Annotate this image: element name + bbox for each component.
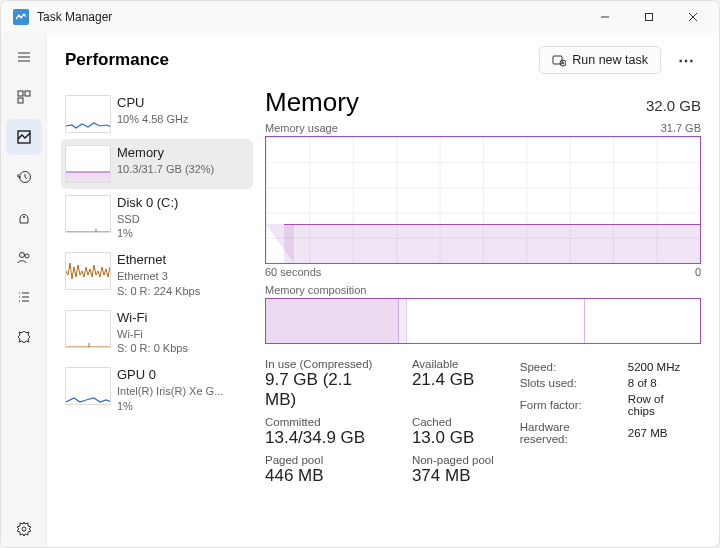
- run-task-icon: [552, 53, 566, 67]
- svg-point-13: [19, 253, 24, 258]
- minimize-button[interactable]: [583, 1, 627, 33]
- stat-item: Committed13.4/34.9 GB: [265, 416, 386, 448]
- nav-rail: [1, 33, 47, 547]
- svg-point-14: [25, 254, 29, 258]
- svg-rect-9: [18, 98, 23, 103]
- sidepanel-item-gpu0[interactable]: GPU 0Intel(R) Iris(R) Xe G...1%: [61, 361, 253, 418]
- window-title: Task Manager: [37, 10, 583, 24]
- usage-label: Memory usage: [265, 122, 338, 134]
- svg-rect-26: [66, 172, 111, 183]
- more-button[interactable]: ⋯: [669, 45, 703, 75]
- cpu-thumb: [65, 95, 111, 133]
- sidepanel-item-disk0[interactable]: Disk 0 (C:)SSD1%: [61, 189, 253, 246]
- detail-total: 32.0 GB: [646, 97, 701, 114]
- svg-point-12: [23, 216, 25, 218]
- maximize-button[interactable]: [627, 1, 671, 33]
- svg-rect-22: [553, 56, 562, 64]
- stat-item: In use (Compressed)9.7 GB (2.1 MB): [265, 358, 386, 410]
- stats-left: In use (Compressed)9.7 GB (2.1 MB)Availa…: [265, 358, 494, 486]
- svg-rect-8: [25, 91, 30, 96]
- svg-rect-1: [646, 14, 653, 21]
- run-new-task-label: Run new task: [572, 53, 648, 67]
- nav-services-icon[interactable]: [6, 319, 42, 355]
- svg-rect-7: [18, 91, 23, 96]
- performance-sidepanel: CPU10% 4.58 GHz Memory10.3/31.7 GB (32%)…: [61, 85, 253, 547]
- stat-item: Paged pool446 MB: [265, 454, 386, 486]
- page-title: Performance: [65, 50, 539, 70]
- app-icon: [13, 9, 29, 25]
- memory-thumb: [65, 145, 111, 183]
- stat-item: Cached13.0 GB: [412, 416, 494, 448]
- nav-processes-icon[interactable]: [6, 79, 42, 115]
- stats-right: Speed:5200 MHzSlots used:8 of 8Form fact…: [518, 358, 701, 486]
- composition-label: Memory composition: [265, 284, 701, 296]
- stat-item: Available21.4 GB: [412, 358, 494, 410]
- gpu-thumb: [65, 367, 111, 405]
- memory-composition-bar: [265, 298, 701, 344]
- run-new-task-button[interactable]: Run new task: [539, 46, 661, 74]
- usage-max: 31.7 GB: [661, 122, 701, 134]
- memory-usage-graph: [265, 136, 701, 264]
- detail-title: Memory: [265, 87, 646, 118]
- nav-settings-icon[interactable]: [6, 511, 42, 547]
- nav-performance-icon[interactable]: [6, 119, 42, 155]
- stat-item: Non-paged pool374 MB: [412, 454, 494, 486]
- sidepanel-item-ethernet[interactable]: EthernetEthernet 3S: 0 R: 224 Kbps: [61, 246, 253, 303]
- nav-history-icon[interactable]: [6, 159, 42, 195]
- sidepanel-item-memory[interactable]: Memory10.3/31.7 GB (32%): [61, 139, 253, 189]
- nav-details-icon[interactable]: [6, 279, 42, 315]
- nav-startup-icon[interactable]: [6, 199, 42, 235]
- nav-users-icon[interactable]: [6, 239, 42, 275]
- ethernet-thumb: [65, 252, 111, 290]
- nav-hamburger-icon[interactable]: [6, 39, 42, 75]
- detail-panel: Memory 32.0 GB Memory usage 31.7 GB 60 s…: [253, 85, 719, 547]
- close-button[interactable]: [671, 1, 715, 33]
- wifi-thumb: [65, 310, 111, 348]
- axis-left: 60 seconds: [265, 266, 321, 278]
- sidepanel-item-cpu[interactable]: CPU10% 4.58 GHz: [61, 89, 253, 139]
- svg-point-21: [22, 527, 26, 531]
- sidepanel-item-wifi[interactable]: Wi-FiWi-FiS: 0 R: 0 Kbps: [61, 304, 253, 361]
- disk-thumb: [65, 195, 111, 233]
- axis-right: 0: [695, 266, 701, 278]
- titlebar: Task Manager: [1, 1, 719, 33]
